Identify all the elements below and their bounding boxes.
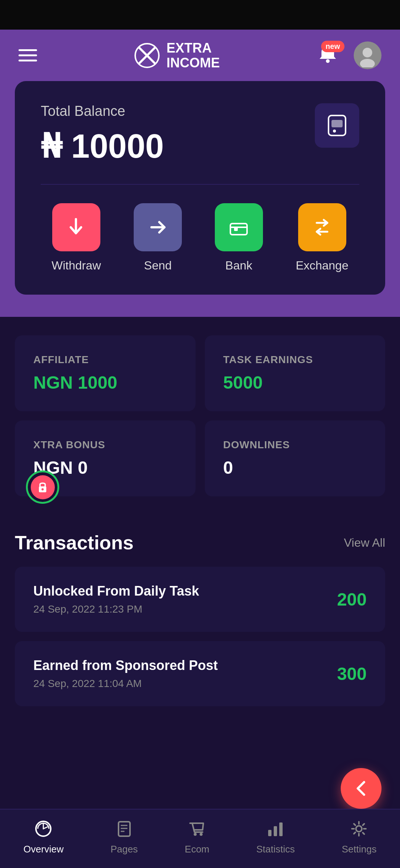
stats-grid-bottom: XTRA BONUS NGN 0 DOWNLINES 0	[15, 420, 385, 496]
nav-label-overview: Overview	[23, 844, 63, 855]
notification-badge: new	[321, 41, 344, 52]
transaction-title: Earned from Sponsored Post	[33, 658, 337, 673]
send-icon-bg	[134, 203, 182, 251]
affiliate-value: NGN 1000	[33, 372, 177, 393]
transactions-header: Transactions View All	[15, 532, 385, 554]
view-all-button[interactable]: View All	[344, 536, 385, 550]
send-button[interactable]: Send	[134, 203, 182, 272]
top-strip	[0, 0, 400, 30]
nav-item-settings[interactable]: Settings	[342, 819, 377, 855]
withdraw-icon-bg	[52, 203, 100, 251]
app-logo: EXTRA INCOME	[134, 41, 220, 70]
transaction-date: 24 Sep, 2022 11:23 PM	[33, 603, 337, 615]
ecom-icon	[187, 819, 207, 839]
bank-button[interactable]: Bank	[215, 203, 263, 272]
svg-line-16	[43, 827, 47, 829]
transaction-item: Unlocked From Daily Task 24 Sep, 2022 11…	[15, 567, 385, 632]
exchange-button[interactable]: Exchange	[296, 203, 348, 272]
back-fab-button[interactable]	[341, 768, 381, 809]
downlines-value: 0	[223, 458, 367, 478]
xtra-bonus-value: NGN 0	[33, 458, 177, 478]
transaction-amount: 300	[337, 664, 367, 684]
exchange-icon	[310, 215, 334, 239]
nav-item-pages[interactable]: Pages	[110, 819, 138, 855]
svg-point-5	[360, 59, 375, 67]
card-icon-button[interactable]	[315, 103, 359, 148]
user-avatar[interactable]	[354, 41, 381, 69]
main-content: Total Balance ₦ 10000	[0, 81, 400, 317]
svg-rect-25	[279, 822, 283, 836]
logo-icon	[134, 43, 160, 68]
nav-label-pages: Pages	[110, 844, 138, 855]
transaction-info: Unlocked From Daily Task 24 Sep, 2022 11…	[33, 583, 337, 615]
settings-icon	[349, 819, 369, 839]
nav-label-settings: Settings	[342, 844, 377, 855]
task-earnings-label: TASK EARNINGS	[223, 354, 367, 366]
balance-header: Total Balance ₦ 10000	[41, 103, 359, 165]
svg-rect-9	[230, 224, 247, 235]
balance-label: Total Balance	[41, 103, 164, 119]
exchange-icon-bg	[298, 203, 346, 251]
lock-overlay	[26, 470, 59, 504]
downlines-label: DOWNLINES	[223, 439, 367, 451]
svg-rect-24	[274, 826, 277, 836]
transaction-amount: 200	[337, 589, 367, 610]
nav-item-overview[interactable]: Overview	[23, 819, 63, 855]
nav-item-statistics[interactable]: Statistics	[256, 819, 295, 855]
nav-item-ecom[interactable]: Ecom	[185, 819, 209, 855]
logo-text: EXTRA INCOME	[167, 41, 220, 70]
xtra-bonus-label: XTRA BONUS	[33, 439, 177, 451]
affiliate-card: AFFILIATE NGN 1000	[15, 335, 196, 411]
transactions-section: Transactions View All Unlocked From Dail…	[0, 524, 400, 730]
exchange-label: Exchange	[296, 259, 348, 272]
transaction-item: Earned from Sponsored Post 24 Sep, 2022 …	[15, 641, 385, 706]
app-header: EXTRA INCOME new	[0, 30, 400, 81]
withdraw-label: Withdraw	[51, 259, 101, 272]
bottom-spacer	[0, 730, 400, 790]
stats-section: AFFILIATE NGN 1000 TASK EARNINGS 5000 XT…	[0, 317, 400, 524]
svg-point-21	[194, 833, 197, 836]
card-divider	[41, 184, 359, 185]
bank-label: Bank	[225, 259, 252, 272]
lock-icon-container	[31, 475, 55, 499]
notification-button[interactable]: new	[317, 43, 343, 68]
task-earnings-value: 5000	[223, 372, 367, 393]
svg-point-22	[200, 833, 203, 836]
affiliate-label: AFFILIATE	[33, 354, 177, 366]
withdraw-icon	[64, 215, 88, 239]
transaction-title: Unlocked From Daily Task	[33, 583, 337, 599]
nav-label-ecom: Ecom	[185, 844, 209, 855]
transactions-title: Transactions	[15, 532, 134, 554]
downlines-card: DOWNLINES 0	[205, 420, 386, 496]
transaction-date: 24 Sep, 2022 11:04 AM	[33, 678, 337, 690]
nav-label-statistics: Statistics	[256, 844, 295, 855]
balance-amount: ₦ 10000	[41, 127, 164, 165]
bank-icon-bg	[215, 203, 263, 251]
svg-point-8	[333, 130, 336, 133]
bank-icon	[227, 215, 251, 239]
svg-rect-7	[331, 120, 343, 127]
balance-card: Total Balance ₦ 10000	[15, 81, 385, 295]
pages-icon	[114, 819, 134, 839]
hamburger-menu[interactable]	[19, 49, 37, 61]
xtra-bonus-card: XTRA BONUS NGN 0	[15, 420, 196, 496]
svg-point-4	[363, 48, 372, 57]
action-buttons: Withdraw Send Bank	[41, 203, 359, 272]
svg-point-26	[356, 826, 362, 832]
back-arrow-icon	[351, 778, 371, 799]
lock-icon	[35, 480, 50, 495]
header-actions: new	[317, 41, 381, 69]
send-icon	[146, 215, 170, 239]
svg-rect-23	[268, 830, 271, 836]
overview-icon	[33, 819, 54, 839]
svg-point-3	[326, 59, 330, 63]
bottom-navigation: Overview Pages Ecom Statistics	[0, 809, 400, 868]
transaction-info: Earned from Sponsored Post 24 Sep, 2022 …	[33, 658, 337, 690]
send-label: Send	[144, 259, 172, 272]
svg-point-13	[41, 488, 44, 490]
balance-info: Total Balance ₦ 10000	[41, 103, 164, 165]
statistics-icon	[265, 819, 286, 839]
withdraw-button[interactable]: Withdraw	[51, 203, 101, 272]
task-earnings-card: TASK EARNINGS 5000	[205, 335, 386, 411]
card-icon	[324, 113, 350, 138]
